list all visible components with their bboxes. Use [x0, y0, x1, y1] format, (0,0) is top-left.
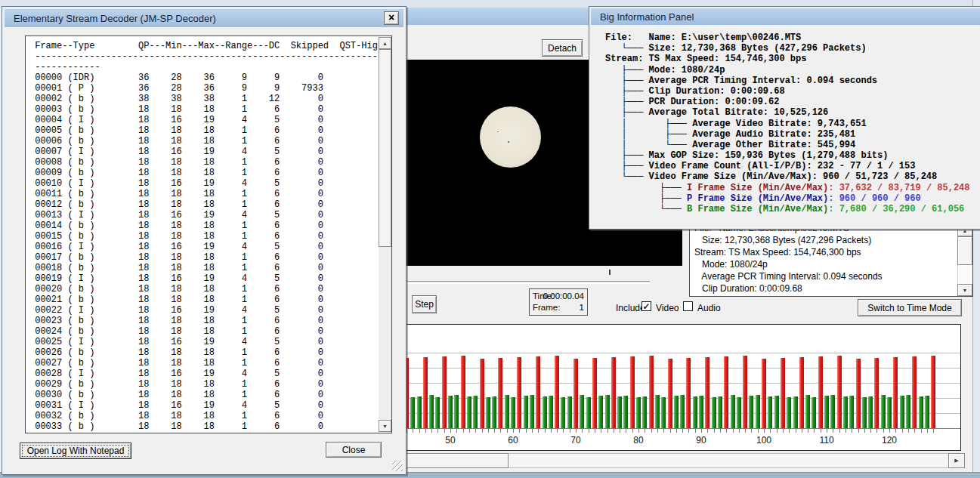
x-axis-tick-label: 60: [500, 435, 526, 446]
chart-bar-b-frame: [642, 396, 647, 428]
log-scrollbar-thumb[interactable]: [379, 49, 391, 247]
big-info-panel-title: Big Information Panel: [600, 11, 694, 23]
x-axis-minor-tick: [846, 429, 846, 433]
x-axis-minor-tick: [482, 429, 483, 433]
chart-bar-b-frame: [473, 396, 478, 428]
x-axis-minor-tick: [614, 429, 614, 433]
x-axis-minor-tick: [413, 429, 413, 433]
seek-trackbar[interactable]: [407, 281, 650, 284]
chart-bar-b-frame: [887, 397, 892, 428]
x-axis-minor-tick: [663, 429, 664, 433]
x-axis-minor-tick: [707, 429, 708, 433]
open-log-button[interactable]: Open Log With Notepad: [20, 443, 131, 459]
detach-button-label: Detach: [548, 43, 577, 54]
chart-bar-i-frame: [743, 356, 747, 428]
chart-bar-b-frame: [787, 397, 791, 428]
x-axis-minor-tick: [469, 429, 470, 433]
x-axis-minor-tick: [557, 429, 558, 433]
chart-bar-i-frame: [724, 356, 728, 428]
chart-bar-b-frame: [812, 397, 816, 428]
chart-bar-b-frame: [605, 395, 610, 428]
info-tree-line: ├─── Max GOP Size: 159,936 Bytes (1,279,…: [605, 150, 970, 161]
chart-bar-b-frame: [617, 396, 622, 428]
switch-to-time-mode-button[interactable]: Switch to Time Mode: [858, 299, 962, 316]
dialog-close-button[interactable]: Close: [326, 442, 382, 458]
x-axis-minor-tick: [739, 429, 740, 433]
chart-bar-b-frame: [919, 396, 923, 428]
chart-bar-b-frame: [524, 396, 528, 428]
info-tree-line: ├─── PCR Duration: 0:00:09.62: [605, 97, 970, 107]
frame-log-list[interactable]: Frame--Type QP---Min---Max--Range---DC S…: [25, 35, 392, 433]
x-axis-minor-tick: [570, 429, 570, 433]
video-checkbox[interactable]: ✓: [641, 301, 651, 311]
audio-checkbox[interactable]: [683, 301, 693, 311]
stream-info-list[interactable]: File: Name: E:\user\temp\00246.MTS Size:…: [689, 224, 973, 297]
x-axis-minor-tick: [908, 429, 909, 433]
close-icon[interactable]: ×: [384, 11, 399, 25]
chart-bar-b-frame: [417, 396, 422, 428]
x-axis-minor-tick: [870, 429, 871, 433]
chart-bar-i-frame: [856, 359, 861, 428]
open-log-button-label: Open Log With Notepad: [27, 446, 125, 456]
x-axis-minor-tick: [563, 429, 564, 433]
x-axis-tick-label: 110: [814, 435, 839, 446]
frame-label: Frame:: [533, 303, 560, 312]
chart-bar-i-frame: [517, 357, 521, 428]
info-tree-line: Stream: TS Max Speed: 154,746,300 bps: [605, 54, 970, 64]
decoder-dialog-title-bar[interactable]: Elementary Stream Decoder (JM-SP Decoder…: [5, 9, 403, 27]
x-axis-minor-tick: [814, 429, 815, 433]
x-axis-minor-tick: [494, 429, 495, 433]
chart-bar-i-frame: [799, 357, 804, 428]
x-axis-minor-tick: [833, 429, 833, 433]
x-axis-minor-tick: [475, 429, 476, 433]
x-axis-minor-tick: [425, 429, 426, 433]
chart-bar-b-frame: [862, 397, 867, 428]
seek-trackbar-thumb[interactable]: [609, 270, 611, 275]
x-axis-tick-label: 100: [751, 435, 777, 446]
log-scroll-up-button[interactable]: ▲: [379, 37, 391, 49]
chart-bar-b-frame: [448, 396, 453, 428]
chart-bar-b-frame: [661, 397, 666, 428]
chart-bar-i-frame: [874, 358, 879, 428]
chart-bar-b-frame: [561, 397, 565, 428]
x-axis-minor-tick: [701, 429, 702, 433]
x-axis-minor-tick: [500, 429, 501, 433]
chart-h-scrollbar-thumb[interactable]: [406, 453, 509, 468]
x-axis-minor-tick: [808, 429, 808, 433]
resize-grip[interactable]: [392, 461, 403, 471]
chart-bar-b-frame: [793, 396, 798, 428]
close-icon-glyph: ×: [388, 11, 394, 23]
x-axis-minor-tick: [726, 429, 727, 433]
chart-scroll-right-button[interactable]: ▶: [948, 453, 965, 468]
x-axis-minor-tick: [456, 429, 457, 433]
x-axis-minor-tick: [745, 429, 746, 433]
chart-bar-i-frame: [536, 356, 540, 428]
chart-gridline: [407, 353, 960, 353]
step-button[interactable]: Step: [412, 295, 437, 313]
log-scroll-down-button[interactable]: ▼: [379, 420, 391, 432]
chart-bar-i-frame: [912, 356, 917, 428]
info-tree-line: │ ├─── Average Video Bitrate: 9,743,651: [605, 119, 970, 129]
chart-bar-b-frame: [586, 397, 591, 428]
info-tree-line: ├─── P Frame Size (Min/Ave/Max): 960 / 9…: [605, 193, 970, 204]
big-info-panel-title-bar[interactable]: Big Information Panel: [591, 8, 980, 25]
x-axis-minor-tick: [620, 429, 620, 433]
chart-bar-b-frame: [530, 395, 534, 428]
main-window-title-bar[interactable]: [405, 8, 589, 25]
x-axis-minor-tick: [839, 429, 840, 433]
chart-bar-b-frame: [849, 396, 854, 428]
x-axis-minor-tick: [751, 429, 752, 433]
x-axis-tick-label: 90: [688, 435, 714, 446]
x-axis-minor-tick: [796, 429, 796, 433]
chart-bar-b-frame: [623, 396, 628, 428]
detach-button[interactable]: Detach: [542, 39, 583, 57]
info-tree: File: Name: E:\user\temp\00246.MTS └─── …: [605, 32, 970, 214]
chart-bar-b-frame: [768, 396, 772, 428]
x-axis-minor-tick: [720, 429, 721, 433]
x-axis-minor-tick: [645, 429, 645, 433]
stream-info-line: Stream: TS Max Speed: 154,746,300 bps: [694, 246, 883, 258]
x-axis-minor-tick: [852, 429, 852, 433]
scroll-down-button[interactable]: ▼: [957, 284, 972, 296]
scrollbar-thumb[interactable]: [957, 236, 972, 265]
chart-bar-b-frame: [906, 395, 910, 428]
